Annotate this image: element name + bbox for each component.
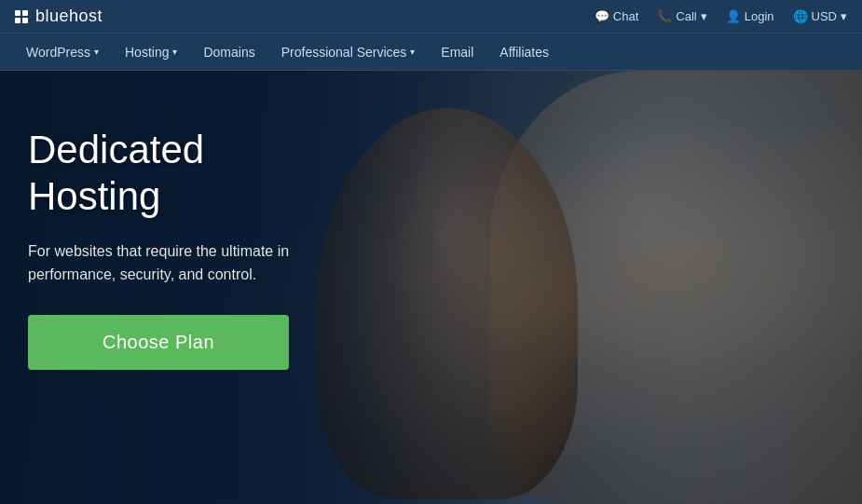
choose-plan-button[interactable]: Choose Plan xyxy=(28,315,289,370)
login-label: Login xyxy=(745,9,774,23)
hosting-arrow-icon: ▾ xyxy=(172,47,177,57)
chat-button[interactable]: 💬 Chat xyxy=(595,9,638,23)
login-button[interactable]: 👤 Login xyxy=(726,9,774,23)
nav-item-affiliates[interactable]: Affiliates xyxy=(488,34,560,71)
nav-affiliates-label: Affiliates xyxy=(499,45,549,60)
currency-icon: 🌐 xyxy=(793,9,808,23)
chat-icon: 💬 xyxy=(595,9,609,23)
nav-item-hosting[interactable]: Hosting ▾ xyxy=(114,34,188,71)
nav-wordpress-label: WordPress xyxy=(26,45,90,60)
hero-section: Dedicated Hosting For websites that requ… xyxy=(0,71,862,504)
nav-bar: WordPress ▾ Hosting ▾ Domains Profession… xyxy=(0,34,862,71)
nav-item-professional-services[interactable]: Professional Services ▾ xyxy=(270,34,427,71)
call-dropdown-arrow: ▾ xyxy=(701,9,707,23)
nav-professional-services-label: Professional Services xyxy=(281,45,407,60)
logo-area[interactable]: bluehost xyxy=(15,7,103,26)
wordpress-arrow-icon: ▾ xyxy=(94,47,99,57)
login-icon: 👤 xyxy=(726,9,741,23)
call-label: Call xyxy=(676,9,696,23)
top-actions: 💬 Chat 📞 Call ▾ 👤 Login 🌐 USD ▾ xyxy=(595,9,847,23)
nav-item-domains[interactable]: Domains xyxy=(192,34,266,71)
logo-text: bluehost xyxy=(35,7,103,26)
currency-dropdown-arrow: ▾ xyxy=(841,9,847,23)
top-bar: bluehost 💬 Chat 📞 Call ▾ 👤 Login 🌐 USD ▾ xyxy=(0,0,862,34)
nav-item-email[interactable]: Email xyxy=(430,34,485,71)
currency-label: USD xyxy=(812,9,837,23)
call-icon: 📞 xyxy=(657,9,672,23)
hero-content: Dedicated Hosting For websites that requ… xyxy=(0,71,335,426)
nav-domains-label: Domains xyxy=(203,45,254,60)
hero-subtitle: For websites that require the ultimate i… xyxy=(28,239,308,287)
professional-services-arrow-icon: ▾ xyxy=(410,47,415,57)
chat-label: Chat xyxy=(613,9,638,23)
currency-button[interactable]: 🌐 USD ▾ xyxy=(793,9,847,23)
hero-title: Dedicated Hosting xyxy=(28,127,308,221)
nav-hosting-label: Hosting xyxy=(125,45,169,60)
call-button[interactable]: 📞 Call ▾ xyxy=(657,9,706,23)
logo-grid-icon xyxy=(15,10,28,23)
nav-email-label: Email xyxy=(441,45,473,60)
nav-item-wordpress[interactable]: WordPress ▾ xyxy=(15,34,110,71)
